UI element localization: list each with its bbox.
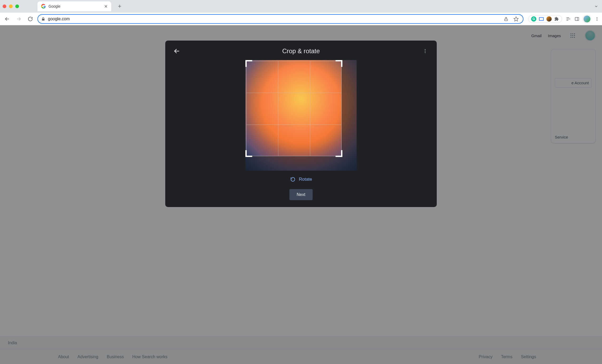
- window-close-button[interactable]: [3, 4, 6, 8]
- share-icon[interactable]: [502, 15, 510, 23]
- grammarly-extension-icon[interactable]: G: [531, 16, 536, 22]
- crop-grid-line: [278, 61, 278, 156]
- crop-grid-line: [246, 93, 341, 93]
- extension-icon[interactable]: [539, 17, 544, 21]
- extensions-row: G: [528, 15, 599, 23]
- browser-menu-button[interactable]: [595, 17, 599, 21]
- crop-image-area[interactable]: [245, 60, 357, 171]
- crop-dim-area: [245, 156, 342, 171]
- tab-strip: Google ✕ +: [0, 0, 602, 13]
- svg-point-11: [597, 17, 598, 18]
- page-content: Gmail Images e Account Service India Abo…: [0, 25, 602, 364]
- svg-point-13: [597, 20, 598, 21]
- svg-point-24: [425, 49, 425, 50]
- browser-tab[interactable]: Google ✕: [37, 1, 111, 11]
- crop-handle-top-right[interactable]: [336, 60, 342, 67]
- nav-back-button[interactable]: [3, 14, 12, 23]
- crop-selection-box[interactable]: [246, 61, 342, 156]
- rotate-button[interactable]: Rotate: [290, 176, 312, 182]
- side-panel-icon[interactable]: [575, 17, 579, 21]
- crop-grid-line: [310, 61, 310, 156]
- modal-header: Crop & rotate: [165, 45, 437, 57]
- rotate-icon: [290, 176, 296, 182]
- svg-point-12: [597, 18, 598, 19]
- svg-point-25: [425, 51, 425, 51]
- window-controls: [3, 4, 19, 8]
- crop-handle-bottom-right[interactable]: [336, 150, 342, 157]
- window-minimize-button[interactable]: [9, 4, 13, 8]
- google-favicon-icon: [41, 4, 46, 9]
- svg-rect-9: [575, 17, 579, 21]
- modal-overlay: Crop & rotate: [0, 25, 602, 364]
- address-bar[interactable]: google.com: [37, 14, 523, 24]
- crop-handle-top-left[interactable]: [245, 60, 252, 67]
- next-button[interactable]: Next: [289, 189, 313, 200]
- modal-more-button[interactable]: [420, 46, 430, 56]
- crop-handle-bottom-left[interactable]: [245, 150, 252, 157]
- nav-reload-button[interactable]: [26, 14, 35, 23]
- rotate-label: Rotate: [299, 177, 312, 182]
- crop-dim-area: [342, 60, 357, 171]
- bookmark-star-icon[interactable]: [512, 15, 520, 23]
- modal-back-button[interactable]: [172, 46, 182, 56]
- extension-icon[interactable]: [546, 16, 552, 22]
- tab-close-button[interactable]: ✕: [104, 4, 108, 9]
- svg-marker-3: [514, 17, 518, 21]
- profile-avatar-button[interactable]: [583, 15, 591, 23]
- tab-title: Google: [48, 4, 101, 8]
- crop-rotate-modal: Crop & rotate: [165, 41, 437, 207]
- modal-title: Crop & rotate: [282, 47, 320, 55]
- reading-list-icon[interactable]: [566, 16, 571, 22]
- nav-forward-button[interactable]: [14, 14, 23, 23]
- svg-rect-5: [540, 18, 543, 20]
- browser-toolbar: google.com G: [0, 13, 602, 25]
- extensions-pill[interactable]: G: [528, 15, 562, 23]
- lock-icon: [41, 17, 45, 21]
- svg-point-26: [425, 52, 425, 53]
- window-maximize-button[interactable]: [15, 4, 19, 8]
- new-tab-button[interactable]: +: [116, 3, 123, 10]
- url-text: google.com: [48, 17, 500, 21]
- crop-grid-line: [246, 125, 341, 125]
- extensions-puzzle-icon[interactable]: [554, 17, 559, 21]
- tabs-dropdown-button[interactable]: [594, 4, 598, 8]
